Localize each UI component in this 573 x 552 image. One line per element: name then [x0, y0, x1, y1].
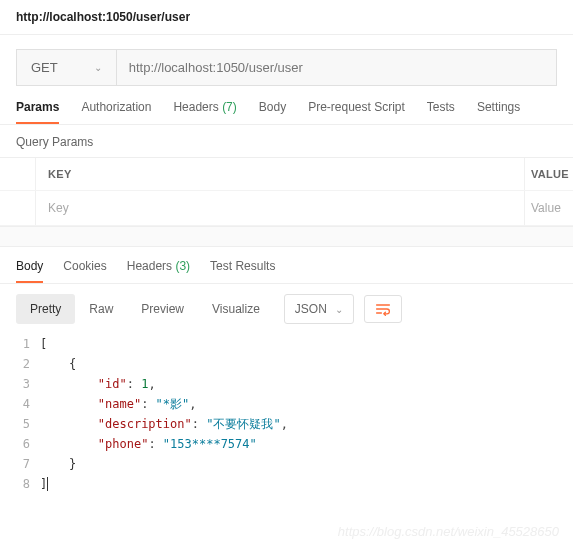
request-row: GET ⌄ http://localhost:1050/user/user	[16, 49, 557, 86]
method-select[interactable]: GET ⌄	[17, 50, 117, 85]
row-checkbox[interactable]	[0, 191, 36, 225]
tab-prerequest[interactable]: Pre-request Script	[308, 100, 405, 124]
code-line: [	[40, 334, 47, 354]
resp-tab-headers-count: (3)	[175, 259, 190, 273]
view-visualize[interactable]: Visualize	[198, 294, 274, 324]
view-raw[interactable]: Raw	[75, 294, 127, 324]
resp-tab-headers[interactable]: Headers (3)	[127, 259, 190, 283]
key-input[interactable]: Key	[36, 191, 525, 225]
format-select[interactable]: JSON ⌄	[284, 294, 354, 324]
response-body[interactable]: 1[ 2 { 3 "id": 1, 4 "name": "*影", 5 "des…	[0, 334, 573, 508]
chevron-down-icon: ⌄	[94, 62, 102, 73]
tab-authorization[interactable]: Authorization	[81, 100, 151, 124]
tab-settings[interactable]: Settings	[477, 100, 520, 124]
query-params-label: Query Params	[0, 125, 573, 157]
method-label: GET	[31, 60, 58, 75]
wrap-lines-button[interactable]	[364, 295, 402, 323]
request-title: http://localhost:1050/user/user	[0, 0, 573, 35]
code-line: ]	[40, 477, 48, 491]
section-divider	[0, 227, 573, 247]
query-params-table: KEY VALUE Key Value	[0, 157, 573, 227]
tab-headers-label: Headers	[173, 100, 218, 114]
tab-headers-count: (7)	[222, 100, 237, 114]
request-tabs: Params Authorization Headers (7) Body Pr…	[0, 86, 573, 125]
resp-tab-testresults[interactable]: Test Results	[210, 259, 275, 283]
resp-tab-cookies[interactable]: Cookies	[63, 259, 106, 283]
table-header: KEY VALUE	[0, 158, 573, 191]
resp-tab-body[interactable]: Body	[16, 259, 43, 283]
tab-headers[interactable]: Headers (7)	[173, 100, 236, 124]
col-value: VALUE	[525, 158, 573, 190]
view-toolbar: Pretty Raw Preview Visualize JSON ⌄	[0, 284, 573, 334]
view-pretty[interactable]: Pretty	[16, 294, 75, 324]
tab-body[interactable]: Body	[259, 100, 286, 124]
resp-tab-headers-label: Headers	[127, 259, 172, 273]
chevron-down-icon: ⌄	[335, 304, 343, 315]
response-tabs: Body Cookies Headers (3) Test Results	[0, 247, 573, 284]
col-key: KEY	[36, 158, 525, 190]
format-label: JSON	[295, 302, 327, 316]
tab-tests[interactable]: Tests	[427, 100, 455, 124]
url-input[interactable]: http://localhost:1050/user/user	[117, 50, 556, 85]
value-input[interactable]: Value	[525, 191, 573, 225]
view-preview[interactable]: Preview	[127, 294, 198, 324]
checkbox-col	[0, 158, 36, 190]
wrap-icon	[375, 302, 391, 316]
table-row: Key Value	[0, 191, 573, 226]
tab-params[interactable]: Params	[16, 100, 59, 124]
